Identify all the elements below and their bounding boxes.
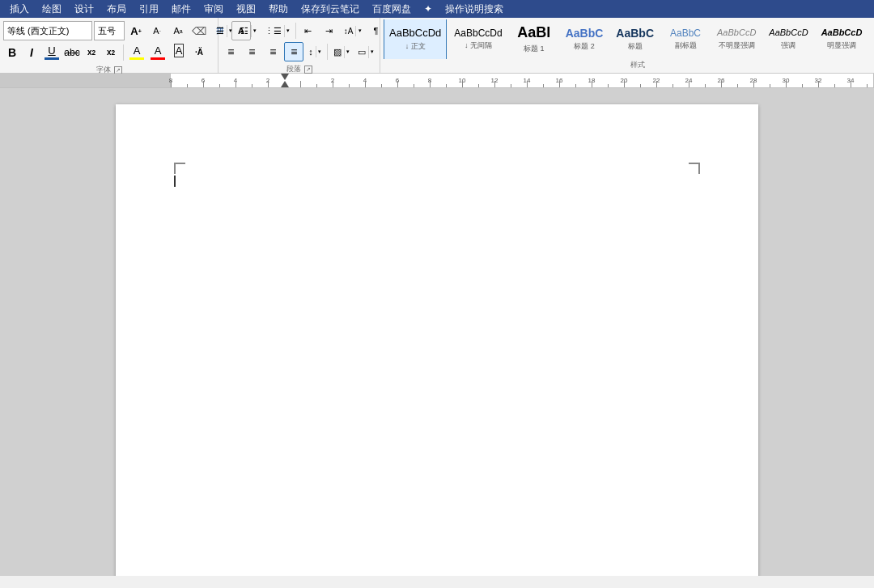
ruler: 8642246810121416182022242628303234363840 (0, 74, 874, 88)
style-label-biaoti2: 标题 2 (574, 41, 595, 52)
align-right-btn[interactable]: ≡ (263, 42, 282, 61)
menu-mail[interactable]: 邮件 (165, 1, 197, 18)
style-item-mingxianqiang[interactable]: AaBbCcD明显强调 (816, 19, 868, 59)
subscript-btn[interactable]: x2 (102, 44, 120, 61)
menu-reference[interactable]: 引用 (133, 1, 165, 18)
menu-baidu-disk[interactable]: 百度网盘 (366, 1, 418, 18)
shading-arrow[interactable]: ▾ (344, 46, 352, 58)
style-preview-biaoti1: AaBl (517, 24, 550, 42)
style-preview-mingxianqiang: AaBbCcD (821, 27, 863, 38)
menu-star[interactable]: ✦ (418, 2, 439, 16)
numbered-list-arrow[interactable]: ▾ (251, 25, 259, 37)
border-main[interactable]: ▭ (355, 46, 368, 58)
font-display-btn[interactable]: Aa (168, 21, 188, 40)
shading-main[interactable]: ▨ (331, 46, 344, 58)
line-spacing-arrow[interactable]: ▾ (316, 46, 324, 57)
decrease-indent-btn[interactable]: ⇤ (299, 21, 318, 40)
highlight-color-btn[interactable]: A (127, 43, 146, 61)
style-preview-biaoti2: AaBbC (566, 27, 604, 40)
font-grow-btn[interactable]: A+ (126, 21, 146, 40)
style-label-mingxianqiang: 明显强调 (827, 40, 856, 51)
ruler-cursor-bottom[interactable] (281, 81, 289, 87)
style-item-wujiange[interactable]: AaBbCcDd↓ 无间隔 (448, 19, 507, 59)
ribbon: 等线 (西文正文) 五号 A+ A- Aa ⌫ 拼 A B I U (0, 18, 874, 74)
font-expand-btn[interactable]: ↗ (114, 66, 122, 74)
ruler-inner: 8642246810121416182022242628303234363840 (170, 74, 874, 87)
page-corner-tr (689, 163, 700, 174)
font-size-selector[interactable]: 五号 (94, 21, 125, 40)
style-item-biaoti1[interactable]: AaBl标题 1 (510, 19, 558, 59)
menu-review[interactable]: 审阅 (197, 1, 230, 18)
page-corner-tl (174, 163, 185, 174)
style-item-fubiati[interactable]: AaBbC副标题 (661, 19, 710, 59)
border-arrow[interactable]: ▾ (368, 46, 376, 58)
ruler-gray-left (0, 74, 170, 87)
numbered-list-btn[interactable]: ☷ ▾ (237, 24, 260, 38)
line-spacing-btn[interactable]: ↕ ▾ (305, 45, 325, 58)
border-char-btn[interactable]: A (169, 42, 189, 62)
document-area[interactable] (0, 88, 874, 576)
increase-indent-btn[interactable]: ⇥ (320, 21, 339, 40)
styles-more[interactable]: ≡▾ (871, 49, 874, 60)
style-item-zhengwen[interactable]: AaBbCcDd↓ 正文 (384, 19, 447, 59)
font-section: 等线 (西文正文) 五号 A+ A- Aa ⌫ 拼 A B I U (0, 18, 218, 73)
styles-scroll-down[interactable]: ▼ (871, 30, 874, 49)
italic-btn[interactable]: I (23, 44, 40, 61)
style-label-biaoti1: 标题 1 (524, 44, 545, 54)
menu-layout[interactable]: 布局 (100, 1, 133, 18)
style-preview-buminxianqiang: AaBbCcD (717, 27, 756, 38)
strikethrough-btn[interactable]: abc (63, 44, 81, 61)
style-preview-fubiati: AaBbC (670, 27, 701, 39)
emphasis-btn[interactable]: ·Ä (190, 44, 208, 61)
multilevel-list-arrow[interactable]: ▾ (284, 25, 292, 37)
numbered-list-main[interactable]: ☷ (238, 25, 251, 37)
sort-arrow[interactable]: ▾ (355, 26, 363, 36)
sort-btn[interactable]: ↕A ▾ (341, 25, 365, 37)
menu-search[interactable]: 操作说明搜索 (439, 1, 510, 18)
multilevel-list-main[interactable]: ⋮☰ (262, 25, 284, 37)
menu-save-cloud[interactable]: 保存到云笔记 (295, 1, 366, 18)
border-btn[interactable]: ▭ ▾ (354, 45, 377, 59)
sort-main[interactable]: ↕A (342, 26, 356, 36)
paragraph-controls: ☰ ▾ ☷ ▾ ⋮☰ ▾ ⇤ ⇥ ↕A (220, 19, 378, 63)
bold-btn[interactable]: B (3, 44, 21, 61)
style-item-buminxianqiang[interactable]: AaBbCcD不明显强调 (711, 19, 762, 59)
ribbon-sections: 等线 (西文正文) 五号 A+ A- Aa ⌫ 拼 A B I U (0, 18, 874, 73)
superscript-btn[interactable]: x2 (83, 44, 100, 61)
font-color-btn[interactable]: A (148, 43, 168, 61)
align-left-btn[interactable]: ≡ (221, 42, 240, 61)
bullet-list-arrow[interactable]: ▾ (227, 25, 235, 37)
ruler-cursor-top[interactable] (281, 74, 289, 80)
styles-section: AaBbCcDd↓ 正文AaBbCcDd↓ 无间隔AaBl标题 1AaBbC标题… (380, 18, 874, 73)
multilevel-list-btn[interactable]: ⋮☰ ▾ (261, 24, 293, 38)
menu-draw[interactable]: 绘图 (36, 1, 68, 18)
menu-design[interactable]: 设计 (68, 1, 100, 18)
line-spacing-main[interactable]: ↕ (306, 46, 316, 57)
paragraph-expand-btn[interactable]: ↗ (304, 66, 312, 74)
style-label-wujiange: ↓ 无间隔 (465, 40, 492, 51)
font-family-selector[interactable]: 等线 (西文正文) (3, 21, 92, 40)
document-page[interactable] (116, 104, 758, 576)
styles-scroll-up[interactable]: ▲ (871, 19, 874, 30)
menu-help[interactable]: 帮助 (262, 1, 295, 18)
align-center-btn[interactable]: ≡ (242, 42, 261, 61)
menu-insert[interactable]: 插入 (3, 1, 36, 18)
style-item-biaoti[interactable]: AaBbC标题 (610, 19, 660, 59)
menu-view[interactable]: 视图 (230, 1, 262, 18)
text-cursor (174, 176, 176, 187)
paragraph-section: ☰ ▾ ☷ ▾ ⋮☰ ▾ ⇤ ⇥ ↕A (218, 18, 380, 73)
shading-btn[interactable]: ▨ ▾ (330, 45, 353, 59)
bullet-list-btn[interactable]: ☰ ▾ (213, 24, 235, 38)
styles-controls: AaBbCcDd↓ 正文AaBbCcDd↓ 无间隔AaBl标题 1AaBbC标题… (382, 19, 874, 59)
underline-btn[interactable]: U (42, 43, 62, 61)
clear-format-btn[interactable]: ⌫ (189, 21, 209, 40)
style-preview-biaoti: AaBbC (616, 27, 654, 40)
bullet-list-main[interactable]: ☰ (214, 25, 227, 37)
style-label-biaoti: 标题 (628, 41, 643, 52)
style-item-biaoti2[interactable]: AaBbC标题 2 (560, 19, 609, 59)
style-item-qiangdiao[interactable]: AaBbCcD强调 (763, 19, 813, 59)
font-shrink-btn[interactable]: A- (147, 21, 167, 40)
style-label-buminxianqiang: 不明显强调 (719, 40, 755, 51)
style-label-qiangdiao: 强调 (781, 40, 796, 51)
align-justify-btn[interactable]: ≡ (284, 42, 303, 61)
